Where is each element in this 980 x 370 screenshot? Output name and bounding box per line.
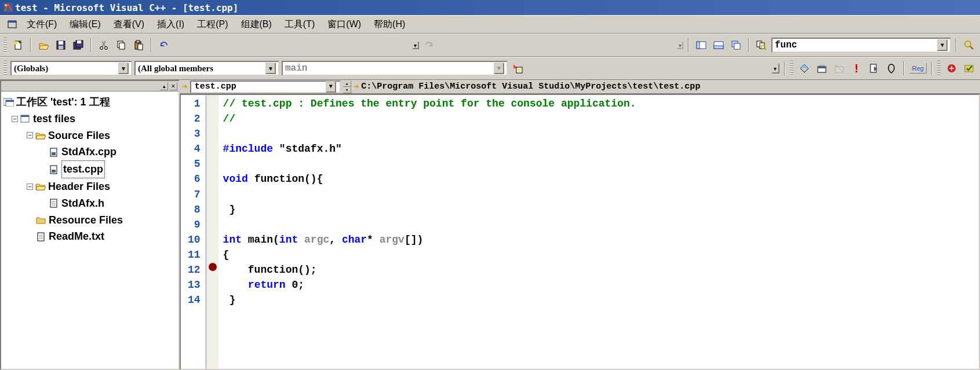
folder-closed-icon	[36, 215, 46, 225]
svg-point-29	[965, 41, 971, 47]
svg-rect-46	[52, 152, 56, 155]
svg-rect-11	[77, 41, 81, 43]
insert-breakpoint-button[interactable]	[884, 61, 899, 76]
toolbar-grip-4[interactable]	[937, 61, 941, 76]
toolbar-grip-2[interactable]	[3, 61, 7, 76]
tree-project[interactable]: − test files	[3, 111, 176, 127]
split-up-button[interactable]: ▴	[343, 80, 351, 87]
arrow-icon-2: ➜	[354, 81, 359, 93]
svg-rect-20	[697, 42, 700, 49]
tree-expand-header[interactable]: −	[27, 184, 33, 190]
registers-button[interactable]: Reg	[909, 63, 927, 74]
redo-button[interactable]	[421, 38, 436, 53]
redo-dropdown[interactable]: ▾	[676, 41, 683, 49]
new-file-button[interactable]	[10, 38, 25, 53]
find-button[interactable]	[961, 38, 977, 53]
members-combo-arrow[interactable]: ▼	[265, 63, 276, 74]
workspace-panel: ▴ ✕ 工作区 'test': 1 工程 − test files −	[0, 80, 180, 370]
svg-point-5	[14, 41, 17, 45]
menu-edit[interactable]: 编辑(E)	[64, 17, 106, 32]
code-content[interactable]: // test.cpp : Defines the entry point fo…	[218, 95, 641, 369]
find-combo[interactable]: func ▼	[771, 38, 951, 53]
function-combo-arrow[interactable]: ▼	[494, 63, 504, 74]
file-combo[interactable]: test.cpp ▼	[190, 80, 341, 93]
tree-file-label: StdAfx.cpp	[61, 144, 116, 160]
sidebar-close-button[interactable]: ✕	[169, 82, 177, 90]
tree-file-readme[interactable]: ReadMe.txt	[3, 228, 176, 245]
tree-source-folder[interactable]: − Source Files	[3, 127, 176, 144]
svg-point-13	[105, 47, 108, 50]
output-button[interactable]	[711, 38, 726, 53]
scope-combo[interactable]: (Globals) ▼	[10, 61, 132, 76]
undo-button[interactable]	[156, 38, 172, 53]
menu-help[interactable]: 帮助(H)	[368, 17, 411, 32]
workspace-tree[interactable]: 工作区 'test': 1 工程 − test files − Source F…	[1, 91, 178, 369]
compile-button[interactable]	[797, 61, 812, 76]
window-list-button[interactable]	[728, 38, 744, 53]
breakpoint-margin[interactable]	[207, 95, 218, 369]
tool-check-button[interactable]	[961, 61, 977, 76]
tree-workspace-label: 工作区 'test': 1 工程	[16, 94, 110, 111]
tree-file-stdafx-cpp[interactable]: StdAfx.cpp	[3, 144, 176, 160]
breakpoint-marker[interactable]	[209, 263, 217, 271]
tree-resource-folder[interactable]: Resource Files	[3, 212, 176, 229]
svg-rect-48	[52, 170, 56, 173]
tree-file-test-cpp[interactable]: test.cpp	[3, 160, 176, 178]
tool-red-button[interactable]	[944, 61, 959, 76]
svg-point-1	[5, 4, 7, 6]
menu-window[interactable]: 窗口(W)	[322, 17, 367, 32]
tree-expand-project[interactable]: −	[12, 116, 18, 122]
cut-button[interactable]	[96, 38, 111, 53]
find-in-files-button[interactable]	[754, 38, 769, 53]
svg-point-12	[100, 47, 103, 50]
tree-file-stdafx-h[interactable]: StdAfx.h	[3, 195, 176, 212]
sidebar-up-button[interactable]: ▴	[160, 82, 168, 90]
function-combo[interactable]: main ▼	[282, 61, 508, 76]
save-button[interactable]	[53, 38, 68, 53]
menu-view[interactable]: 查看(V)	[108, 17, 150, 32]
svg-rect-8	[59, 46, 63, 49]
members-combo[interactable]: (All global members ▼	[134, 61, 279, 76]
tree-expand-source[interactable]: −	[27, 132, 33, 138]
execute-button[interactable]: !	[849, 61, 864, 76]
menu-file[interactable]: 文件(F)	[21, 17, 63, 32]
undo-dropdown[interactable]: ▾	[412, 41, 419, 49]
svg-rect-15	[119, 43, 125, 49]
find-combo-arrow[interactable]: ▼	[937, 39, 948, 51]
tree-file-label: StdAfx.h	[61, 195, 104, 212]
tree-workspace[interactable]: 工作区 'test': 1 工程	[3, 94, 176, 111]
save-all-button[interactable]	[71, 38, 86, 53]
menu-build[interactable]: 组建(B)	[235, 17, 278, 32]
paste-button[interactable]	[131, 38, 146, 53]
action-dropdown[interactable]: ▾	[771, 63, 779, 74]
toolbar-grip-3[interactable]	[790, 61, 793, 76]
file-combo-arrow[interactable]: ▼	[326, 81, 336, 93]
sidebar-header: ▴ ✕	[1, 81, 178, 91]
menu-tools[interactable]: 工具(T)	[279, 17, 320, 32]
toolbar-grip[interactable]	[3, 38, 7, 53]
svg-rect-3	[8, 21, 16, 23]
line-number-gutter: 1234567891011121314	[181, 95, 207, 369]
workarea: ▴ ✕ 工作区 'test': 1 工程 − test files −	[0, 80, 980, 370]
stop-build-button[interactable]	[832, 61, 847, 76]
action-button[interactable]	[510, 61, 525, 76]
menu-insert[interactable]: 插入(I)	[151, 17, 190, 32]
go-button[interactable]	[866, 61, 881, 76]
tree-header-folder[interactable]: − Header Files	[3, 178, 176, 195]
scope-combo-arrow[interactable]: ▼	[118, 63, 129, 74]
build-button[interactable]	[814, 61, 829, 76]
open-button[interactable]	[36, 38, 51, 53]
workspace-button[interactable]	[694, 38, 709, 53]
editor-area: ➜ test.cpp ▼ ▴ ▾ ➜ C:\Program Files\Micr…	[180, 80, 980, 370]
svg-rect-42	[6, 100, 14, 102]
code-editor[interactable]: 1234567891011121314 // test.cpp : Define…	[180, 94, 980, 370]
system-menu-icon[interactable]	[5, 17, 20, 32]
toolbar-wizardbar: (Globals) ▼ (All global members ▼ main ▼…	[0, 57, 980, 80]
svg-rect-7	[59, 41, 63, 45]
svg-rect-18	[138, 44, 143, 50]
copy-button[interactable]	[114, 38, 129, 53]
split-down-button[interactable]: ▾	[343, 87, 351, 93]
menu-project[interactable]: 工程(P)	[191, 17, 234, 32]
members-value: (All global members	[138, 64, 213, 74]
app-icon	[3, 3, 13, 12]
